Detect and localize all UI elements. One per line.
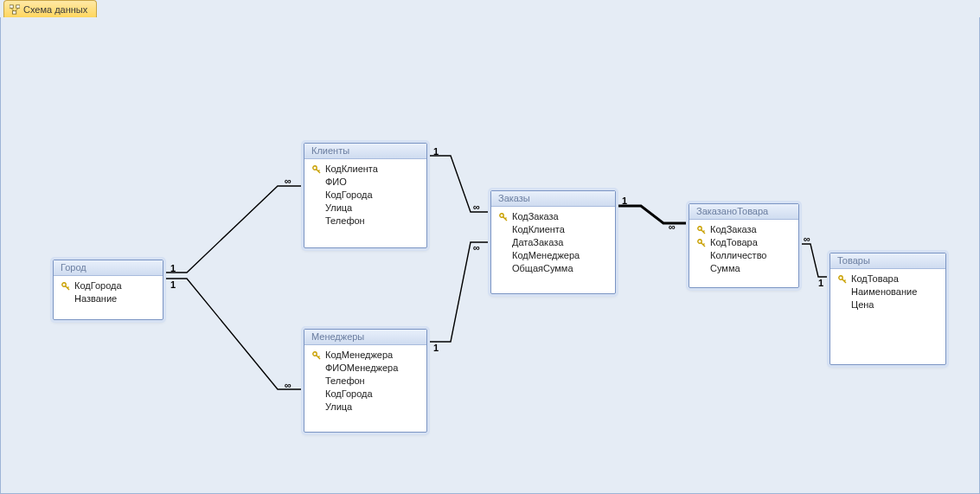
tab-bar: Схема данных bbox=[0, 0, 980, 18]
field-row[interactable]: КодГорода bbox=[310, 189, 421, 202]
field-row[interactable]: Телефон bbox=[310, 375, 421, 388]
field-row[interactable]: КодТовара bbox=[836, 273, 940, 285]
primary-key-icon bbox=[837, 275, 848, 284]
relationship-line[interactable] bbox=[618, 206, 686, 223]
cardinality-label: ∞ bbox=[285, 176, 291, 186]
relationships-icon bbox=[10, 4, 20, 15]
field-row[interactable]: КодЗаказа bbox=[496, 210, 610, 223]
primary-key-icon bbox=[311, 165, 322, 174]
field-row[interactable]: КодЗаказа bbox=[695, 223, 793, 236]
field-name: ДатаЗаказа bbox=[512, 236, 563, 249]
field-list: КодТовараНаименованиеЦена bbox=[830, 269, 945, 318]
table-title[interactable]: Товары bbox=[830, 253, 945, 269]
field-row[interactable]: ФИОМенеджера bbox=[310, 362, 421, 375]
field-name: Улица bbox=[325, 401, 352, 414]
field-name: КодМенеджера bbox=[512, 249, 580, 262]
tab-label: Схема данных bbox=[23, 4, 87, 15]
field-row[interactable]: ОбщаяСумма bbox=[496, 262, 610, 275]
table-title[interactable]: ЗаказаноТовара bbox=[689, 204, 798, 220]
cardinality-label: 1 bbox=[170, 264, 176, 273]
cardinality-label: ∞ bbox=[285, 381, 291, 390]
relationship-line[interactable] bbox=[802, 244, 827, 277]
table-tovary[interactable]: ТоварыКодТовараНаименованиеЦена bbox=[829, 253, 946, 365]
relationship-line[interactable] bbox=[430, 242, 488, 342]
svg-rect-0 bbox=[10, 4, 13, 7]
svg-rect-2 bbox=[12, 10, 16, 13]
field-row[interactable]: Наименование bbox=[836, 285, 940, 298]
field-row[interactable]: КодМенеджера bbox=[496, 249, 610, 262]
field-name: Телефон bbox=[325, 375, 365, 388]
field-row[interactable]: КодГорода bbox=[59, 279, 157, 292]
cardinality-label: 1 bbox=[818, 279, 823, 288]
table-title[interactable]: Заказы bbox=[491, 191, 615, 207]
relationship-line[interactable] bbox=[165, 279, 301, 389]
field-row[interactable]: Цена bbox=[836, 298, 940, 311]
field-row[interactable]: Улица bbox=[310, 401, 421, 414]
relationships-canvas[interactable]: ГородКодГородаНазваниеКлиентыКодКлиентаФ… bbox=[0, 17, 980, 494]
field-name: КодЗаказа bbox=[710, 223, 757, 236]
cardinality-label: 1 bbox=[622, 196, 627, 206]
cardinality-label: ∞ bbox=[669, 222, 676, 232]
field-list: КодКлиентаФИОКодГородаУлицаТелефон bbox=[304, 159, 426, 234]
table-title[interactable]: Менеджеры bbox=[304, 330, 426, 345]
field-name: КодЗаказа bbox=[512, 210, 559, 223]
field-row[interactable]: Улица bbox=[310, 202, 421, 215]
relationship-line[interactable] bbox=[165, 186, 301, 273]
field-name: Цена bbox=[851, 298, 874, 311]
primary-key-icon bbox=[696, 239, 707, 247]
primary-key-icon bbox=[696, 226, 707, 234]
field-name: КодКлиента bbox=[512, 223, 565, 236]
primary-key-icon bbox=[61, 282, 71, 291]
field-row[interactable]: Колличество bbox=[695, 249, 793, 262]
field-name: КодТовара bbox=[710, 236, 758, 249]
table-gorod[interactable]: ГородКодГородаНазвание bbox=[53, 260, 163, 320]
field-name: КодГорода bbox=[325, 388, 373, 401]
table-title[interactable]: Клиенты bbox=[304, 144, 426, 159]
field-name: Название bbox=[74, 292, 117, 305]
cardinality-label: 1 bbox=[433, 147, 439, 157]
field-row[interactable]: КодКлиента bbox=[310, 163, 421, 176]
field-name: ФИО bbox=[325, 176, 347, 189]
table-zakazy[interactable]: ЗаказыКодЗаказаКодКлиентаДатаЗаказаКодМе… bbox=[490, 190, 616, 294]
field-name: КодГорода bbox=[74, 279, 122, 292]
table-title[interactable]: Город bbox=[54, 260, 163, 276]
cardinality-label: ∞ bbox=[473, 243, 480, 253]
field-name: ОбщаяСумма bbox=[512, 262, 573, 275]
field-list: КодЗаказаКодТовараКолличествоСумма bbox=[689, 220, 798, 282]
table-managery[interactable]: МенеджерыКодМенеджераФИОМенеджераТелефон… bbox=[304, 329, 427, 433]
cardinality-label: 1 bbox=[170, 280, 176, 290]
field-row[interactable]: Телефон bbox=[310, 215, 421, 228]
field-row[interactable]: Название bbox=[59, 292, 157, 305]
field-list: КодЗаказаКодКлиентаДатаЗаказаКодМенеджер… bbox=[491, 207, 615, 282]
field-row[interactable]: КодКлиента bbox=[496, 223, 610, 236]
table-klienty[interactable]: КлиентыКодКлиентаФИОКодГородаУлицаТелефо… bbox=[304, 143, 427, 248]
cardinality-label: ∞ bbox=[804, 234, 810, 244]
table-zakazano[interactable]: ЗаказаноТовараКодЗаказаКодТовараКолличес… bbox=[689, 203, 799, 288]
field-name: КодКлиента bbox=[325, 163, 378, 176]
field-list: КодГородаНазвание bbox=[54, 276, 163, 312]
primary-key-icon bbox=[311, 351, 322, 360]
field-name: КодГорода bbox=[325, 189, 373, 202]
field-row[interactable]: ДатаЗаказа bbox=[496, 236, 610, 249]
tab-schema[interactable]: Схема данных bbox=[3, 0, 97, 17]
cardinality-label: 1 bbox=[433, 343, 439, 353]
field-row[interactable]: КодТовара bbox=[695, 236, 793, 249]
field-name: Наименование bbox=[851, 285, 917, 298]
field-row[interactable]: ФИО bbox=[310, 176, 421, 189]
cardinality-label: ∞ bbox=[473, 202, 480, 212]
field-name: КодМенеджера bbox=[325, 349, 393, 362]
field-name: Сумма bbox=[710, 262, 740, 275]
field-name: Улица bbox=[325, 202, 352, 215]
field-name: ФИОМенеджера bbox=[325, 362, 398, 375]
field-row[interactable]: КодГорода bbox=[310, 388, 421, 401]
field-name: Колличество bbox=[710, 249, 767, 262]
field-list: КодМенеджераФИОМенеджераТелефонКодГорода… bbox=[304, 345, 426, 420]
field-row[interactable]: Сумма bbox=[695, 262, 793, 275]
primary-key-icon bbox=[498, 213, 509, 221]
field-row[interactable]: КодМенеджера bbox=[310, 349, 421, 362]
field-name: КодТовара bbox=[851, 273, 899, 285]
svg-rect-1 bbox=[16, 4, 20, 7]
field-name: Телефон bbox=[325, 215, 365, 228]
